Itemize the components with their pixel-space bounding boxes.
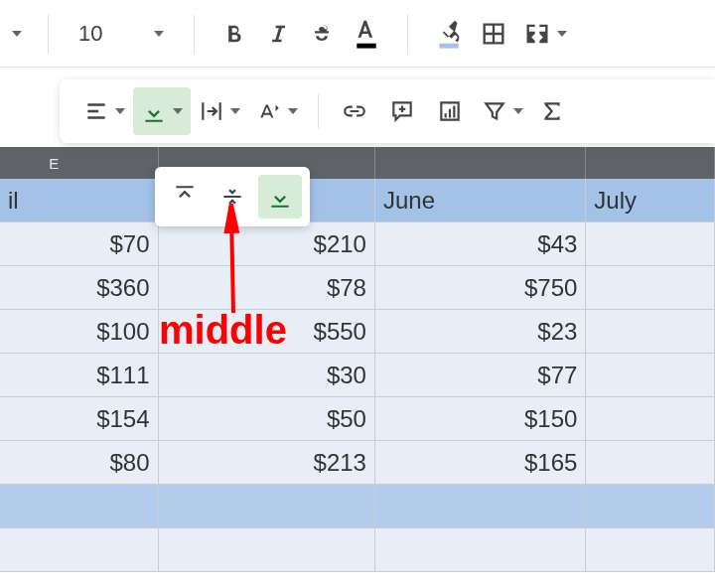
valign-middle-icon <box>219 184 245 210</box>
cell[interactable] <box>586 485 715 528</box>
vertical-align-bottom-icon <box>141 98 167 124</box>
insert-link-button[interactable] <box>331 87 378 135</box>
filter-icon <box>482 98 507 124</box>
cell[interactable]: $165 <box>375 441 586 485</box>
svg-rect-1 <box>439 43 458 48</box>
font-size-selector[interactable]: 10 <box>67 12 176 56</box>
text-rotation-icon <box>256 98 282 124</box>
cell[interactable] <box>586 528 715 572</box>
link-icon <box>342 98 367 124</box>
cell[interactable] <box>586 222 715 266</box>
column-header[interactable] <box>375 147 586 179</box>
cell[interactable]: $100 <box>0 310 159 354</box>
cell[interactable]: $77 <box>375 354 586 397</box>
cell[interactable]: $80 <box>0 441 159 485</box>
table-row: $80 $213 $165 <box>0 441 715 485</box>
text-rotation-button[interactable] <box>248 87 306 135</box>
valign-bottom-option[interactable] <box>258 175 302 219</box>
text-wrap-icon <box>199 98 224 124</box>
insert-comment-button[interactable] <box>378 87 426 135</box>
font-size-value: 10 <box>78 21 102 47</box>
strikethrough-icon <box>308 20 336 48</box>
toolbar-separator <box>407 14 408 54</box>
horizontal-align-button[interactable] <box>75 87 133 135</box>
borders-icon <box>480 20 507 48</box>
cell[interactable]: $150 <box>375 397 586 441</box>
toolbar-dropdown-1[interactable] <box>0 12 30 56</box>
toolbar-separator <box>318 93 319 129</box>
cell[interactable] <box>586 354 715 397</box>
merge-icon <box>523 20 551 48</box>
valign-top-option[interactable] <box>163 175 207 219</box>
cell[interactable]: $43 <box>375 222 586 266</box>
cell[interactable]: $360 <box>0 266 159 310</box>
column-header[interactable] <box>586 147 715 179</box>
cell[interactable] <box>0 528 159 572</box>
insert-chart-button[interactable] <box>426 87 474 135</box>
cell[interactable]: $23 <box>375 310 586 354</box>
text-color-icon <box>352 17 381 51</box>
toolbar-separator <box>48 14 49 54</box>
toolbar-alignment <box>60 79 715 143</box>
table-row: $70 $210 $43 <box>0 222 715 266</box>
valign-top-icon <box>172 184 198 210</box>
toolbar-formatting: 10 <box>0 0 715 68</box>
sigma-icon <box>539 98 565 124</box>
cell[interactable] <box>159 485 375 528</box>
cell[interactable]: $70 <box>0 222 159 266</box>
cell[interactable] <box>586 266 715 310</box>
cell[interactable] <box>375 528 586 572</box>
chart-icon <box>437 98 463 124</box>
table-header-row: il June July <box>0 179 715 222</box>
cell[interactable]: $210 <box>159 222 375 266</box>
bold-button[interactable] <box>213 12 256 56</box>
text-color-button[interactable] <box>344 12 389 56</box>
cell[interactable] <box>586 441 715 485</box>
column-headers: E <box>0 147 715 179</box>
cell[interactable] <box>159 528 375 572</box>
cell[interactable]: $750 <box>375 266 586 310</box>
vertical-align-popup <box>155 167 310 226</box>
bold-icon <box>220 20 248 48</box>
borders-button[interactable] <box>472 12 515 56</box>
table-row: $360 $78 $750 <box>0 266 715 310</box>
cell[interactable]: $50 <box>159 397 375 441</box>
toolbar-separator <box>194 14 195 54</box>
cell[interactable]: $213 <box>159 441 375 485</box>
cell[interactable]: $111 <box>0 354 159 397</box>
cell[interactable]: $154 <box>0 397 159 441</box>
cell[interactable] <box>375 485 586 528</box>
svg-rect-0 <box>357 43 375 48</box>
cell[interactable]: $30 <box>159 354 375 397</box>
cell[interactable] <box>0 485 159 528</box>
cell[interactable] <box>586 397 715 441</box>
spreadsheet-grid: E il June July $70 $210 $43 $360 $78 $75… <box>0 147 715 572</box>
comment-icon <box>389 98 415 124</box>
table-row: $111 $30 $77 <box>0 354 715 397</box>
functions-button[interactable] <box>531 87 573 135</box>
cell[interactable]: $78 <box>159 266 375 310</box>
align-left-icon <box>83 98 109 124</box>
table-row: $154 $50 $150 <box>0 397 715 441</box>
cell[interactable]: $550 <box>159 310 375 354</box>
fill-color-button[interactable] <box>426 12 472 56</box>
vertical-align-button[interactable] <box>133 87 191 135</box>
italic-button[interactable] <box>256 12 300 56</box>
cell[interactable] <box>586 310 715 354</box>
table-row: $100 $550 $23 <box>0 310 715 354</box>
header-cell[interactable]: il <box>0 179 159 222</box>
header-cell[interactable]: June <box>375 179 586 222</box>
text-wrap-button[interactable] <box>191 87 248 135</box>
table-row <box>0 528 715 572</box>
header-cell[interactable]: July <box>586 179 715 222</box>
strikethrough-button[interactable] <box>300 12 344 56</box>
italic-icon <box>264 20 292 48</box>
table-row <box>0 485 715 528</box>
filter-button[interactable] <box>474 87 531 135</box>
column-header[interactable]: E <box>0 147 159 179</box>
fill-color-icon <box>434 17 464 51</box>
valign-bottom-icon <box>267 184 293 210</box>
merge-cells-button[interactable] <box>515 12 575 56</box>
valign-middle-option[interactable] <box>211 175 254 219</box>
